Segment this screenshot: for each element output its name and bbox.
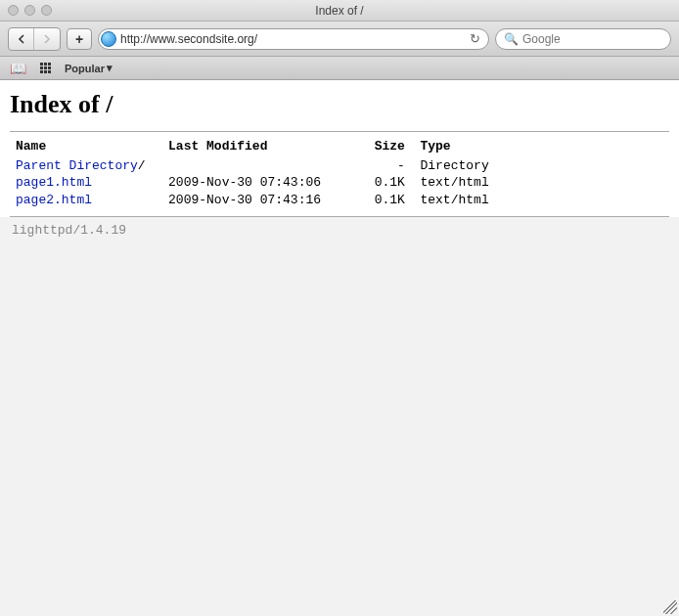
- resize-handle[interactable]: [663, 600, 677, 614]
- window-title: Index of /: [0, 4, 679, 18]
- minimize-window-button[interactable]: [24, 5, 35, 16]
- search-icon: 🔍: [504, 32, 519, 46]
- file-link[interactable]: page1.html: [16, 175, 92, 190]
- popular-label: Popular: [65, 63, 105, 74]
- top-sites-icon[interactable]: [40, 63, 51, 73]
- back-button[interactable]: [9, 28, 34, 50]
- zoom-window-button[interactable]: [41, 5, 52, 16]
- page-content: Index of / Name Last Modified Size Type …: [0, 80, 679, 217]
- site-globe-icon: [101, 31, 116, 47]
- listing-row: page2.html 2009-Nov-30 07:43:16 0.1K tex…: [16, 192, 665, 209]
- listing-row: Parent Directory/ - Directory: [16, 157, 665, 175]
- page-heading: Index of /: [10, 90, 669, 119]
- browser-toolbar: + ↻ 🔍: [0, 22, 679, 57]
- nav-button-group: [8, 27, 61, 51]
- bookmarks-bar: 📖 Popular ▾: [0, 57, 679, 80]
- listing-header: Name Last Modified Size Type: [16, 138, 665, 155]
- popular-menu[interactable]: Popular ▾: [65, 62, 113, 74]
- reload-button[interactable]: ↻: [470, 31, 484, 46]
- chevron-down-icon: ▾: [107, 62, 113, 74]
- back-icon: [17, 34, 26, 44]
- plus-icon: +: [75, 31, 83, 47]
- close-window-button[interactable]: [8, 5, 19, 16]
- reading-list-icon[interactable]: 📖: [10, 61, 26, 76]
- address-bar[interactable]: ↻: [98, 28, 489, 50]
- parent-directory-link[interactable]: Parent Directory: [16, 158, 138, 173]
- file-link[interactable]: page2.html: [16, 193, 92, 207]
- listing-row: page1.html 2009-Nov-30 07:43:06 0.1K tex…: [16, 174, 665, 192]
- server-footer: lighttpd/1.4.19: [0, 217, 679, 243]
- divider: [10, 131, 669, 132]
- search-bar[interactable]: 🔍: [495, 28, 671, 50]
- forward-icon: [42, 34, 52, 44]
- window-titlebar: Index of /: [0, 0, 679, 22]
- add-bookmark-button[interactable]: +: [67, 28, 92, 50]
- window-controls: [0, 5, 52, 16]
- search-input[interactable]: [522, 32, 669, 46]
- forward-button[interactable]: [34, 28, 60, 50]
- directory-listing: Name Last Modified Size Type Parent Dire…: [10, 138, 669, 216]
- url-input[interactable]: [120, 32, 466, 46]
